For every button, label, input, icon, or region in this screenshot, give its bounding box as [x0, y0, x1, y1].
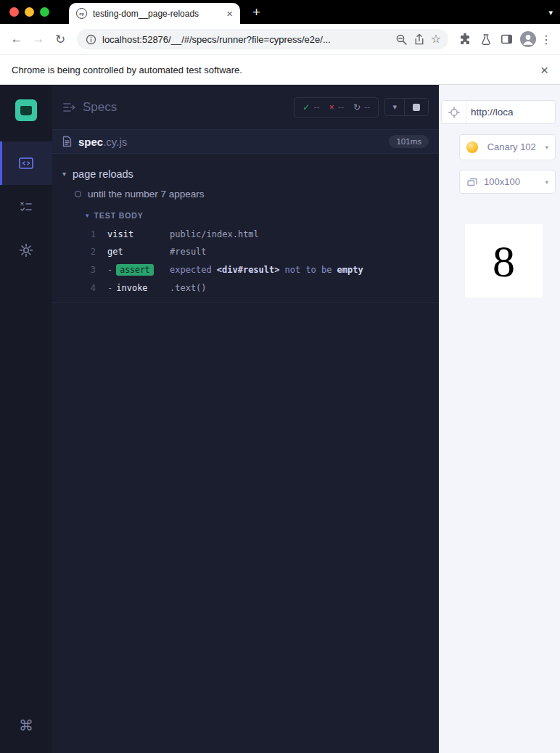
chevron-down-icon: ▾ [545, 178, 548, 186]
command-name: get [107, 247, 170, 257]
stat-pending: ↻-- [353, 102, 370, 112]
cypress-favicon-icon: cy [76, 8, 87, 19]
refresh-icon: ↻ [353, 102, 361, 112]
specs-list-toggle-icon[interactable] [62, 102, 75, 113]
forward-button[interactable]: → [28, 32, 49, 46]
collapse-all-button[interactable]: ▾ [385, 99, 405, 115]
selector-playground-icon[interactable] [442, 101, 466, 123]
suite-block: ▾ page reloads until the number 7 appear… [52, 154, 439, 303]
reporter-header: Specs ✓-- ×-- ↻-- ▾ [52, 85, 439, 130]
suite-row[interactable]: ▾ page reloads [52, 162, 439, 186]
result-number: 8 [493, 239, 515, 284]
command-name: visit [107, 229, 170, 239]
test-body-header[interactable]: ▾ TEST BODY [86, 210, 439, 226]
aut-frame[interactable]: 8 [465, 224, 543, 297]
reporter-divider [52, 303, 439, 303]
stat-passed: ✓-- [302, 102, 319, 112]
test-body-section: ▾ TEST BODY 1 visit public/index.html 2 … [52, 202, 439, 297]
stop-icon [413, 104, 420, 111]
command-name: - invoke [107, 283, 170, 293]
browser-menu-icon[interactable]: ⋮ [538, 33, 554, 46]
suite-title: page reloads [73, 168, 133, 180]
assert-message: expected <div#result> not to be empty [170, 265, 363, 275]
sidebar-item-specs[interactable] [0, 141, 52, 185]
bookmark-star-icon[interactable]: ☆ [431, 33, 441, 45]
cypress-app: ⌘ Specs ✓-- ×-- ↻-- ▾ [0, 85, 560, 753]
browser-tab[interactable]: cy testing-dom__page-reloads × [69, 3, 240, 24]
command-detail: .text() [170, 283, 207, 293]
infobar-close-button[interactable]: × [540, 63, 548, 77]
extensions-icon[interactable] [454, 33, 475, 46]
tab-close-icon[interactable]: × [226, 8, 233, 19]
viewport-icon [466, 176, 478, 187]
back-button[interactable]: ← [6, 32, 28, 46]
stat-failed: ×-- [329, 102, 344, 112]
flask-icon[interactable] [475, 33, 496, 46]
chrome-canary-icon [466, 141, 478, 153]
command-number: 3 [86, 265, 96, 275]
tab-strip: cy testing-dom__page-reloads × + ▾ [0, 0, 560, 24]
aut-panel: Canary 102 ▾ 100x100 ▾ 8 [439, 85, 560, 753]
reload-button[interactable]: ↻ [49, 32, 71, 47]
sidebar-item-runs[interactable] [0, 185, 52, 229]
spec-file-row[interactable]: spec.cy.js 101ms [52, 130, 439, 154]
test-stats: ✓-- ×-- ↻-- [294, 97, 379, 118]
zoom-icon[interactable] [395, 33, 408, 46]
code-panel-icon [18, 156, 34, 170]
tab-title: testing-dom__page-reloads [93, 9, 221, 19]
chevron-down-icon: ▾ [62, 170, 66, 178]
command-number: 2 [86, 247, 96, 257]
spec-file-icon [62, 136, 72, 147]
chevron-down-icon: ▾ [545, 144, 548, 151]
spec-name: spec.cy.js [78, 136, 127, 148]
browser-selector[interactable]: Canary 102 ▾ [459, 134, 556, 160]
cross-icon: × [329, 102, 334, 112]
check-icon: ✓ [302, 102, 310, 112]
command-row[interactable]: 2 get #result [86, 243, 439, 260]
minimize-window-button[interactable] [25, 7, 34, 17]
command-number: 1 [86, 229, 96, 239]
viewport-selector[interactable]: 100x100 ▾ [459, 170, 556, 194]
favicon-text: cy [79, 12, 84, 16]
share-icon[interactable] [413, 33, 425, 46]
run-controls: ▾ [384, 98, 429, 116]
keyboard-shortcuts-button[interactable]: ⌘ [19, 717, 33, 734]
command-detail: public/index.html [170, 229, 259, 239]
site-info-icon[interactable] [86, 34, 96, 45]
chevron-down-icon: ▾ [86, 213, 89, 219]
tab-search-chevron-icon[interactable]: ▾ [548, 7, 553, 17]
command-number: 4 [86, 283, 96, 293]
command-dash: - [107, 283, 112, 293]
assert-badge: assert [116, 264, 154, 276]
reporter-title: Specs [83, 100, 117, 115]
aut-url-input[interactable] [466, 107, 555, 118]
window-controls [0, 7, 49, 17]
aut-url-bar[interactable] [441, 100, 556, 124]
new-tab-button[interactable]: + [252, 4, 260, 20]
test-title: until the number 7 appears [88, 189, 205, 199]
close-window-button[interactable] [9, 7, 19, 17]
stop-button[interactable] [405, 99, 428, 115]
test-reporter: Specs ✓-- ×-- ↻-- ▾ spec.cy.js 101ms [52, 85, 439, 753]
url-text[interactable]: localhost:52876/__/#/specs/runner?file=c… [102, 34, 390, 45]
address-bar[interactable]: localhost:52876/__/#/specs/runner?file=c… [77, 29, 448, 49]
command-row-assert[interactable]: 3 - assert expected <div#result> not to … [86, 260, 439, 279]
command-detail: #result [170, 247, 207, 257]
zoom-window-button[interactable] [40, 7, 49, 17]
browser-label: Canary 102 [482, 142, 540, 153]
spec-duration-badge: 101ms [389, 135, 429, 148]
viewport-label: 100x100 [484, 176, 539, 187]
test-body-label: TEST BODY [94, 211, 144, 220]
cypress-sidebar: ⌘ [0, 85, 52, 753]
test-list-icon [19, 200, 33, 213]
test-row[interactable]: until the number 7 appears [52, 186, 439, 202]
profile-avatar[interactable] [517, 31, 538, 47]
cypress-logo[interactable] [15, 99, 37, 121]
sidebar-item-settings[interactable] [0, 229, 52, 272]
browser-toolbar: ← → ↻ localhost:52876/__/#/specs/runner?… [0, 24, 560, 55]
cypress-logo-glyph [20, 106, 32, 115]
command-row[interactable]: 1 visit public/index.html [86, 226, 439, 243]
side-panel-icon[interactable] [496, 33, 517, 45]
automation-infobar: Chrome is being controlled by automated … [0, 55, 560, 85]
command-row[interactable]: 4 - invoke .text() [86, 279, 439, 297]
